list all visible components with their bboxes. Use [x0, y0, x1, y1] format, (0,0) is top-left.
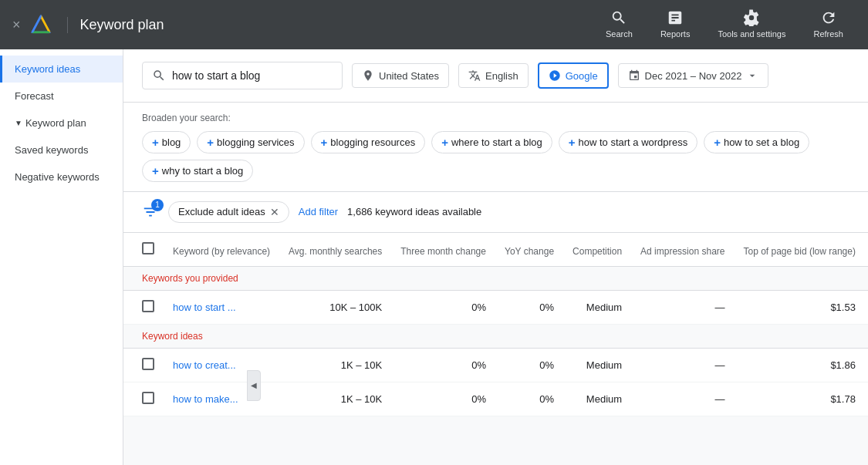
broaden-chip-blog[interactable]: + blog: [142, 131, 191, 153]
keyword-cell[interactable]: how to start ...: [164, 290, 279, 324]
svg-marker-0: [32, 16, 49, 32]
plus-icon: +: [441, 136, 448, 149]
search-nav-button[interactable]: Search: [593, 3, 645, 45]
plus-icon: +: [714, 136, 721, 149]
three-month-cell: 0%: [391, 382, 495, 416]
checkbox-cell: [123, 290, 164, 324]
th-ad-impression: Ad impression share: [631, 233, 734, 267]
sidebar-item-forecast[interactable]: Forecast: [0, 83, 123, 110]
sidebar-label-keyword-ideas: Keyword ideas: [15, 63, 80, 75]
network-filter[interactable]: Google: [538, 62, 609, 89]
row-checkbox[interactable]: [142, 358, 154, 370]
th-three-month-label: Three month change: [400, 246, 486, 257]
th-three-month: Three month change: [391, 233, 495, 267]
plus-icon: +: [152, 136, 159, 149]
search-box[interactable]: [142, 62, 343, 89]
keyword-cell[interactable]: how to creat...: [164, 348, 279, 382]
th-competition-label: Competition: [572, 246, 622, 257]
broaden-chip-label: where to start a blog: [451, 136, 542, 148]
main-content: United States English Google Dec 2021 – …: [123, 49, 868, 465]
sidebar: Keyword ideas Forecast ▼ Keyword plan Sa…: [0, 49, 123, 465]
date-range-label: Dec 2021 – Nov 2022: [645, 70, 742, 82]
svg-line-4: [32, 16, 40, 32]
calendar-icon: [628, 69, 640, 82]
chevron-down-icon: [746, 69, 758, 82]
filter-bar: 1 Exclude adult ideas ✕ Add filter 1,686…: [123, 192, 868, 233]
location-label: United States: [379, 70, 439, 82]
exclude-close-button[interactable]: ✕: [270, 206, 279, 218]
th-competition: Competition: [563, 233, 631, 267]
broaden-chip-set-blog[interactable]: + how to set a blog: [704, 131, 809, 153]
broaden-chip-label: blogging resources: [330, 136, 415, 148]
broaden-chip-where-to-start[interactable]: + where to start a blog: [431, 131, 552, 153]
reports-nav-button[interactable]: Reports: [648, 3, 703, 45]
svg-marker-1: [32, 16, 49, 32]
broaden-chip-label: how to set a blog: [724, 136, 799, 148]
th-top-bid-low: Top of page bid (low range): [734, 233, 864, 267]
row-checkbox[interactable]: [142, 300, 154, 312]
checkbox-cell: [123, 382, 164, 416]
ad-impression-cell: —: [631, 290, 734, 324]
avg-monthly-cell: 1K – 10K: [279, 348, 391, 382]
search-input[interactable]: [172, 69, 326, 82]
keyword-count: 1,686 keyword ideas available: [347, 206, 481, 217]
app-logo: [30, 14, 52, 35]
th-top-bid-high: Top of page bid (high range): [865, 233, 868, 267]
table-container: Keyword (by relevance) Avg. monthly sear…: [123, 233, 868, 416]
close-button[interactable]: ×: [12, 17, 21, 33]
refresh-nav-button[interactable]: Refresh: [801, 3, 856, 45]
page-title: Keyword plan: [67, 17, 164, 33]
broaden-chip-blogging-resources[interactable]: + blogging resources: [311, 131, 426, 153]
tools-nav-button[interactable]: Tools and settings: [705, 3, 798, 45]
avg-monthly-cell: 1K – 10K: [279, 382, 391, 416]
table-section-header: Keywords you provided: [123, 266, 868, 290]
table-row: how to make...1K – 10K0%0%Medium—$1.78$1…: [123, 382, 868, 416]
broaden-chips: + blog + blogging services + blogging re…: [142, 131, 849, 182]
top-bid-high-cell: $12.59: [865, 382, 868, 416]
broaden-label: Broaden your search:: [142, 112, 231, 125]
avg-monthly-cell: 10K – 100K: [279, 290, 391, 324]
th-ad-impression-label: Ad impression share: [640, 246, 724, 257]
broaden-chip-label: blogging services: [217, 136, 294, 148]
sidebar-item-saved-keywords[interactable]: Saved keywords: [0, 136, 123, 163]
table-row: how to creat...1K – 10K0%0%Medium—$1.86$…: [123, 348, 868, 382]
broaden-chip-label: how to start a wordpress: [579, 136, 688, 148]
network-label: Google: [566, 70, 598, 82]
plus-icon: +: [152, 164, 159, 177]
plus-icon: +: [569, 136, 576, 149]
keywords-table: Keyword (by relevance) Avg. monthly sear…: [123, 233, 868, 416]
th-keyword: Keyword (by relevance): [164, 233, 279, 267]
location-icon: [362, 69, 374, 82]
search-area: United States English Google Dec 2021 – …: [123, 49, 868, 103]
table-row: how to start ...10K – 100K0%0%Medium—$1.…: [123, 290, 868, 324]
select-all-checkbox[interactable]: [142, 242, 154, 254]
add-filter-button[interactable]: Add filter: [299, 206, 338, 217]
sidebar-item-negative-keywords[interactable]: Negative keywords: [0, 163, 123, 190]
network-icon: [549, 69, 561, 82]
language-filter[interactable]: English: [458, 63, 529, 88]
sidebar-label-keyword-plan: Keyword plan: [25, 117, 86, 129]
table-wrap: Keyword (by relevance) Avg. monthly sear…: [123, 233, 868, 416]
location-filter[interactable]: United States: [352, 63, 449, 88]
top-bid-low-cell: $1.53: [734, 290, 864, 324]
search-nav-label: Search: [606, 29, 633, 39]
date-range-filter[interactable]: Dec 2021 – Nov 2022: [618, 63, 769, 88]
competition-cell: Medium: [563, 348, 631, 382]
scroll-left-button[interactable]: ◀: [247, 370, 261, 401]
sidebar-label-saved-keywords: Saved keywords: [15, 144, 88, 156]
competition-cell: Medium: [563, 382, 631, 416]
top-nav: × Keyword plan Search Reports Tools and …: [0, 0, 868, 49]
th-yoy-label: YoY change: [505, 246, 554, 257]
exclude-adult-label: Exclude adult ideas: [178, 206, 265, 217]
filter-icon-wrap: 1: [142, 204, 159, 221]
plus-icon: +: [321, 136, 328, 149]
keyword-cell[interactable]: how to make...: [164, 382, 279, 416]
table-area: Keyword (by relevance) Avg. monthly sear…: [123, 233, 868, 416]
filter-badge: 1: [151, 199, 164, 211]
sidebar-item-keyword-ideas[interactable]: Keyword ideas: [0, 56, 123, 83]
broaden-chip-why-start[interactable]: + why to start a blog: [142, 160, 253, 182]
sidebar-item-keyword-plan[interactable]: ▼ Keyword plan: [0, 110, 123, 136]
row-checkbox[interactable]: [142, 392, 154, 404]
broaden-chip-blogging-services[interactable]: + blogging services: [197, 131, 304, 153]
broaden-chip-wordpress[interactable]: + how to start a wordpress: [559, 131, 697, 153]
